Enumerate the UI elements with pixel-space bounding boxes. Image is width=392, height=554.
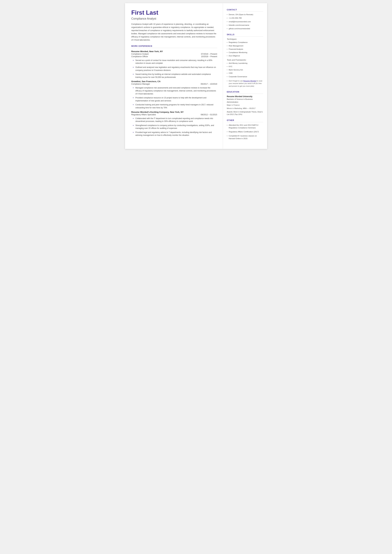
candidate-title: Compliance Analyst <box>131 17 217 20</box>
bullet-2-3: Conducted training and peer-mentoring pr… <box>133 103 217 109</box>
tool-2: Bank Secrecy Act <box>227 69 263 71</box>
contact-item-1: +1-234-456-789 <box>227 17 263 19</box>
skills-note: Don't forget to use Resume Worded to sca… <box>227 80 263 87</box>
contact-item-3: linkedin.com/in/username <box>227 24 263 27</box>
technique-2: Financial Analysis <box>227 48 263 50</box>
job-title-1b: Compliance Officer <box>131 56 148 58</box>
bullets-1: Served as a point of contact for issue r… <box>133 59 217 79</box>
job-dates-3a: 08/2012 – 01/2015 <box>201 113 217 116</box>
bullet-3-2: Strengthened compliance to company polic… <box>133 124 217 130</box>
bullets-2: Managed compliance risk assessments and … <box>133 86 217 109</box>
techniques-label: Techniques: <box>227 38 263 40</box>
company-name-1: Resume Worded, New York, NY <box>131 50 217 53</box>
resume-worded-link[interactable]: Resume Worded <box>243 80 256 82</box>
edu-awards: Awards: Best in Undergraduate Thesis, De… <box>227 111 263 116</box>
contact-item-4: github.com/resumeworded <box>227 27 263 30</box>
edu-major: Major in Finance <box>227 104 263 106</box>
job-row-1a: Compliance Analyst 07/2019 – Present <box>131 53 217 55</box>
contact-header: CONTACT <box>227 9 263 12</box>
work-section-2: Growthsi, San Francisco, CA Compliance M… <box>131 80 217 109</box>
work-section-3: Resume Worded's Exciting Company, New Yo… <box>131 111 217 137</box>
contact-section: CONTACT Denver, OH (Open to Remote) +1-2… <box>227 9 263 30</box>
company-name-2: Growthsi, San Francisco, CA <box>131 80 217 83</box>
job-title-1a: Compliance Analyst <box>131 53 149 55</box>
education-section: EDUCATION Resume Worded University Bache… <box>227 91 263 116</box>
other-section: OTHER Attended the 2011 and 2013 NAFCU R… <box>227 119 263 140</box>
edu-minors: Minors in Marketing, MBA — 05/2017 <box>227 107 263 110</box>
job-title-2a: Compliance Manager <box>131 83 150 85</box>
technique-0: Regulatory Compliance <box>227 41 263 44</box>
candidate-name: First Last <box>131 9 217 16</box>
technique-1: Risk Management <box>227 44 263 47</box>
company-name-3: Resume Worded's Exciting Company, New Yo… <box>131 111 217 113</box>
skills-section: SKILLS Techniques: Regulatory Compliance… <box>227 34 263 87</box>
techniques-list: Regulatory Compliance Risk Management Fi… <box>227 41 263 57</box>
other-header: OTHER <box>227 119 263 122</box>
other-item-0: Attended the 2011 and 2013 NAFCU Regulat… <box>227 124 263 129</box>
job-dates-1a: 07/2019 – Present <box>201 53 217 55</box>
bullet-1-1: Served as a point of contact for issue r… <box>133 59 217 65</box>
work-experience-header: WORK EXPERIENCE <box>131 45 217 48</box>
bullet-1-3: Saved training time by building an inter… <box>133 73 217 79</box>
technique-3: Compliance Monitoring <box>227 51 263 54</box>
bullet-2-2: Provided compliance resource on 10 proje… <box>133 96 217 102</box>
other-item-1: Regulatory Affairs Certification (2017) <box>227 130 263 133</box>
other-list: Attended the 2011 and 2013 NAFCU Regulat… <box>227 124 263 140</box>
work-section-1: Resume Worded, New York, NY Compliance A… <box>131 50 217 79</box>
right-column: CONTACT Denver, OH (Open to Remote) +1-2… <box>223 3 267 149</box>
bullet-1-2: Outlined and analyzed new legislation an… <box>133 66 217 72</box>
skills-note-prefix: Don't forget to use <box>229 80 244 82</box>
education-header: EDUCATION <box>227 91 263 94</box>
bullet-3-1: Collaborated with the IT department to t… <box>133 117 217 123</box>
contact-list: Denver, OH (Open to Remote) +1-234-456-7… <box>227 13 263 30</box>
bullet-3-3: Provided legal and regulatory advice to … <box>133 131 217 137</box>
tools-list: Anti Money Laundering KYC Bank Secrecy A… <box>227 62 263 78</box>
tools-label: Tools and Frameworks: <box>227 59 263 61</box>
left-column: First Last Compliance Analyst Compliance… <box>125 3 223 149</box>
edu-school: Resume Worded University <box>227 95 263 98</box>
other-item-2: Completed 8+ business classes on Harvard… <box>227 134 263 140</box>
job-row-3a: Regulatory Affairs Specialist 08/2012 – … <box>131 113 217 116</box>
candidate-summary: Compliance Analyst with 10 years of expe… <box>131 23 217 42</box>
resume-container: First Last Compliance Analyst Compliance… <box>125 3 267 149</box>
bullets-3: Collaborated with the IT department to t… <box>133 117 217 137</box>
job-title-3a: Regulatory Affairs Specialist <box>131 113 156 116</box>
bullet-2-1: Managed compliance risk assessments and … <box>133 86 217 95</box>
contact-item-2: email@resumeworded.com <box>227 20 263 23</box>
job-row-2a: Compliance Manager 05/2017 – 10/2019 <box>131 83 217 85</box>
tool-4: Corporate Governance <box>227 75 263 78</box>
tool-1: KYC <box>227 65 263 68</box>
skills-header: SKILLS <box>227 34 263 36</box>
job-dates-2a: 05/2017 – 10/2019 <box>201 83 217 85</box>
tool-0: Anti Money Laundering <box>227 62 263 65</box>
edu-degree: Bachelor of Science in Business Administ… <box>227 98 263 104</box>
contact-item-0: Denver, OH (Open to Remote) <box>227 13 263 16</box>
technique-4: Due Diligence <box>227 55 263 57</box>
tool-3: CDD <box>227 72 263 75</box>
job-dates-1b: 10/2018 – Present <box>201 56 217 58</box>
job-row-1b: Compliance Officer 10/2018 – Present <box>131 56 217 58</box>
